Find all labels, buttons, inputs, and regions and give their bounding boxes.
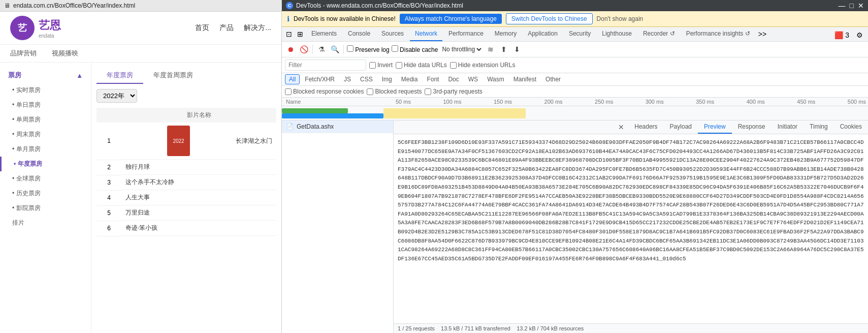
tab-console[interactable]: Console [343, 27, 375, 41]
minimize-btn[interactable]: — [839, 2, 846, 10]
type-media[interactable]: Media [397, 74, 422, 84]
nav-solutions[interactable]: 解决方... [244, 23, 271, 33]
tab-performance[interactable]: Performance [443, 27, 489, 41]
type-font[interactable]: Font [423, 74, 443, 84]
device-icon[interactable]: ⊞ [295, 27, 305, 41]
tab-application[interactable]: Application [523, 27, 563, 41]
type-css[interactable]: CSS [356, 74, 377, 84]
detail-tab-initiator[interactable]: Initiator [771, 120, 803, 134]
blocked-requests-checkbox[interactable] [367, 88, 373, 95]
type-other[interactable]: Other [541, 74, 565, 84]
tab-yearly-first-week[interactable]: 年度首周票房 [143, 68, 203, 84]
disable-cache-checkbox[interactable] [392, 45, 398, 52]
detail-close-btn[interactable]: ✕ [614, 121, 628, 133]
year-select[interactable]: 2022年 2021年 2020年 [97, 89, 137, 103]
wifi-btn[interactable]: ≋ [485, 44, 496, 55]
sidebar-item-realtime[interactable]: • 实时票房 [0, 83, 91, 98]
throttle-select[interactable]: No throttling Fast 3G Slow 3G [440, 45, 483, 53]
more-tabs-icon[interactable]: >> [756, 27, 768, 41]
sidebar-item-global[interactable]: • 全球票房 [0, 171, 91, 186]
detail-tab-timing[interactable]: Timing [803, 120, 834, 134]
tab-sources[interactable]: Sources [376, 27, 409, 41]
request-item-getdata[interactable]: 📄 GetData.ashx [282, 120, 393, 133]
maximize-btn[interactable]: □ [850, 2, 854, 10]
toolbar-sep-2 [343, 45, 344, 54]
logo-text: 艺恩 [39, 18, 61, 33]
preserve-log-checkbox[interactable] [347, 45, 353, 52]
filter-bar: Invert Hide data URLs Hide extension URL… [282, 57, 868, 73]
dont-show-link[interactable]: Don't show again [597, 15, 644, 22]
filter-input[interactable] [285, 59, 366, 71]
record-btn[interactable]: ⏺ [285, 44, 296, 55]
movie-title-link[interactable]: 这个杀手不太冷静 [125, 178, 174, 187]
sidebar-item-yearly[interactable]: • 年度票房 [0, 157, 91, 171]
filter-btn[interactable]: ⚗ [316, 44, 327, 55]
col-rank [97, 108, 121, 123]
movie-title-link[interactable]: 万里归途 [125, 208, 150, 217]
movie-title-link[interactable]: 长津湖之水门 [236, 137, 272, 145]
tab-network[interactable]: Network [410, 27, 442, 41]
sub-nav-brand[interactable]: 品牌营销 [10, 49, 37, 58]
export-btn[interactable]: ⬇ [511, 44, 523, 55]
detail-tab-cookies[interactable]: Cookies [834, 120, 868, 134]
nav-products[interactable]: 产品 [219, 23, 234, 33]
transferred-size: 13.5 kB / 711 kB transferred [441, 325, 510, 331]
tab-performance-insights[interactable]: Performance insights ↺ [681, 27, 755, 41]
sidebar-item-weekend[interactable]: • 周末票房 [0, 127, 91, 142]
import-btn[interactable]: ⬆ [498, 44, 509, 55]
hide-data-urls-checkbox[interactable] [396, 62, 402, 69]
sidebar-item-monthly[interactable]: • 单月票房 [0, 142, 91, 157]
preserve-log-text: Preserve log [355, 46, 389, 53]
movie-title-link[interactable]: 人生大事 [125, 193, 150, 202]
movie-title-cell: 人生大事 [121, 190, 276, 205]
switch-language-btn[interactable]: Switch DevTools to Chinese [506, 13, 593, 24]
nav-home[interactable]: 首页 [195, 23, 209, 33]
type-manifest[interactable]: Manifest [509, 74, 540, 84]
tab-recorder[interactable]: Recorder ↺ [638, 27, 680, 41]
movie-rank: 6 [97, 221, 121, 236]
hide-ext-urls-checkbox[interactable] [450, 62, 457, 69]
match-language-btn[interactable]: Always match Chrome's language [400, 14, 502, 24]
extension-icon[interactable]: 🟥 3 [831, 29, 852, 41]
movie-poster: 2022 [167, 126, 190, 156]
disable-cache-label: Disable cache [392, 45, 438, 53]
third-party-checkbox[interactable] [425, 88, 431, 95]
type-all[interactable]: All [285, 74, 300, 84]
detail-tab-payload[interactable]: Payload [664, 120, 698, 134]
movie-title-cell: 2022长津湖之水门 [121, 123, 276, 160]
detail-tab-headers[interactable]: Headers [628, 120, 663, 134]
tab-elements[interactable]: Elements [306, 27, 342, 41]
type-fetch-xhr[interactable]: Fetch/XHR [301, 74, 339, 84]
sidebar-section-piaofang[interactable]: 票房 ▲ [0, 68, 91, 83]
tab-lighthouse[interactable]: Lighthouse [597, 27, 637, 41]
search-btn[interactable]: 🔍 [329, 44, 340, 55]
sub-nav-video[interactable]: 视频播映 [52, 49, 78, 58]
sidebar-item-schedule[interactable]: 排片 [0, 216, 91, 230]
type-ws[interactable]: WS [464, 74, 482, 84]
clear-btn[interactable]: 🚫 [298, 44, 309, 55]
sidebar-item-history[interactable]: • 历史票房 [0, 186, 91, 201]
sidebar-item-cinema[interactable]: • 影院票房 [0, 201, 91, 216]
detail-tab-response[interactable]: Response [732, 120, 771, 134]
type-js[interactable]: JS [340, 74, 355, 84]
invert-checkbox[interactable] [369, 62, 376, 69]
dock-icon[interactable]: ⊡ [284, 27, 294, 41]
sidebar-item-weekly[interactable]: • 单周票房 [0, 112, 91, 127]
type-wasm[interactable]: Wasm [483, 74, 508, 84]
movie-title-link[interactable]: 独行月球 [125, 163, 150, 171]
preserve-log-label: Preserve log [347, 45, 390, 53]
tab-yearly[interactable]: 年度票房 [97, 68, 143, 84]
sidebar-section-label: 票房 [8, 71, 21, 80]
close-btn[interactable]: ✕ [858, 2, 864, 10]
devtools-toolbar: ⏺ 🚫 ⚗ 🔍 Preserve log Disable cache No th… [282, 42, 868, 57]
devtools-titlebar: C DevTools - www.endata.com.cn/BoxOffice… [282, 0, 868, 11]
blocked-response-checkbox[interactable] [285, 88, 292, 95]
sidebar-item-daily[interactable]: • 单日票房 [0, 98, 91, 112]
movie-title-link[interactable]: 奇迹·笨小孩 [125, 224, 157, 232]
type-doc[interactable]: Doc [444, 74, 463, 84]
detail-tab-preview[interactable]: Preview [698, 120, 732, 134]
tab-memory[interactable]: Memory [490, 27, 522, 41]
type-img[interactable]: Img [378, 74, 396, 84]
settings-icon[interactable]: ⚙ [853, 29, 866, 41]
tab-security[interactable]: Security [564, 27, 596, 41]
